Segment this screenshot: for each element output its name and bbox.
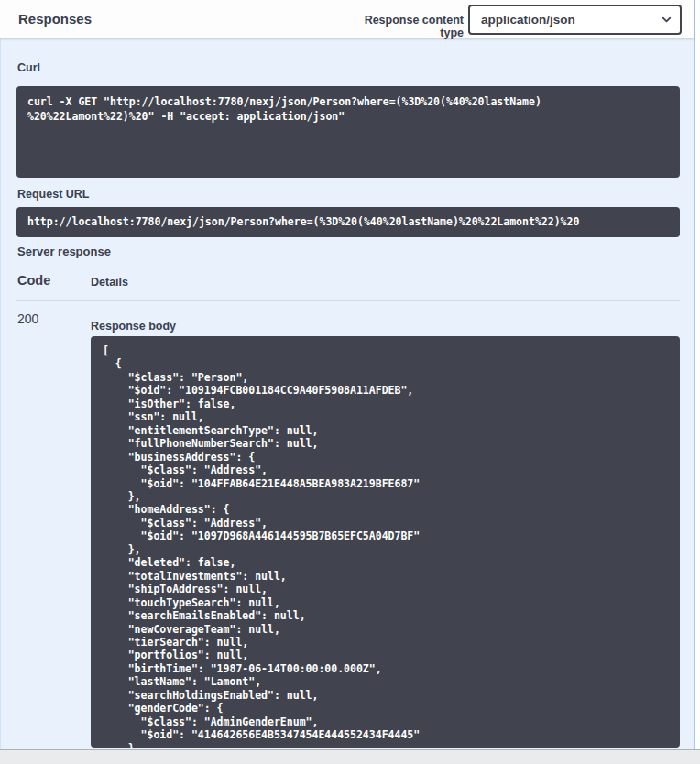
server-response-label: Server response bbox=[17, 245, 111, 258]
responses-header: Responses Response content type applicat… bbox=[0, 0, 694, 38]
curl-command-text: curl -X GET "http://localhost:7780/nexj/… bbox=[16, 86, 680, 133]
request-url-label: Request URL bbox=[17, 188, 89, 201]
status-code: 200 bbox=[17, 311, 38, 326]
response-body-block[interactable]: [ { "$class": "Person", "$oid": "109194F… bbox=[91, 336, 680, 748]
curl-label: Curl bbox=[17, 61, 40, 74]
response-body-text: [ { "$class": "Person", "$oid": "109194F… bbox=[91, 336, 680, 748]
details-column-header: Details bbox=[91, 276, 128, 289]
table-header-divider bbox=[16, 300, 680, 301]
request-url-text: http://localhost:7780/nexj/json/Person?w… bbox=[16, 207, 680, 237]
response-content-type-label: Response content type bbox=[340, 14, 464, 39]
response-content-type-select-wrap: application/json bbox=[468, 5, 682, 35]
request-url-block: http://localhost:7780/nexj/json/Person?w… bbox=[16, 207, 680, 237]
response-body-label: Response body bbox=[91, 320, 176, 333]
curl-command-block[interactable]: curl -X GET "http://localhost:7780/nexj/… bbox=[16, 86, 680, 178]
responses-section: Responses Response content type applicat… bbox=[0, 0, 700, 764]
next-section-strip bbox=[0, 749, 700, 764]
page-title: Responses bbox=[18, 11, 92, 27]
code-column-header: Code bbox=[17, 273, 50, 288]
response-content-type-select[interactable]: application/json bbox=[468, 5, 682, 35]
